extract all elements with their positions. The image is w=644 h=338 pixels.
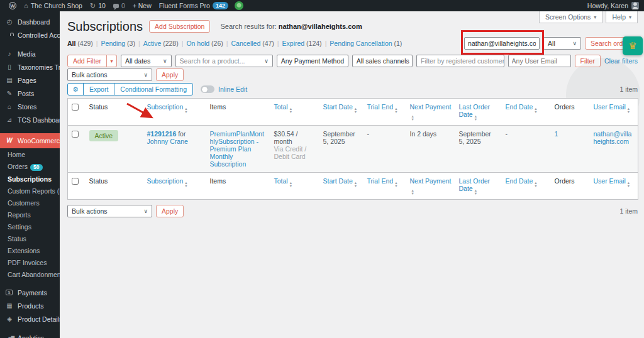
column-header-end-date[interactable]: End Date▴▾ xyxy=(502,99,551,126)
status-link-pending[interactable]: Pending (3) xyxy=(101,40,135,47)
screen-options-button[interactable]: Screen Options▾ xyxy=(539,11,602,23)
sidebar-subitem-customers[interactable]: Customers xyxy=(0,197,60,209)
sidebar-subitem-status[interactable]: Status xyxy=(0,232,60,244)
sidebar-item-stores[interactable]: ⌂Stores xyxy=(0,100,60,113)
sidebar-item-dashboard[interactable]: ◴Dashboard xyxy=(0,15,60,28)
sidebar-item-analytics[interactable]: ▂▅▇Analytics xyxy=(0,331,60,338)
column-footer-next-payment[interactable]: Next Payment▴▾ xyxy=(406,173,455,200)
sidebar-item-taxonomies-trash[interactable]: ▯Taxonomies Trash xyxy=(0,60,60,74)
select-all-checkbox[interactable] xyxy=(72,178,79,185)
column-header-last-order-date[interactable]: Last Order Date▴▾ xyxy=(455,99,502,126)
sidebar-item-woocommerce[interactable]: WWooCommerce xyxy=(0,133,60,148)
help-button[interactable]: Help▾ xyxy=(606,11,638,23)
status-link-pending-cancellation[interactable]: Pending Cancellation (1) xyxy=(330,40,402,47)
status-link-all[interactable]: All (429) xyxy=(67,40,93,47)
subscription-customer-link[interactable]: Johnny Crane xyxy=(147,138,188,145)
sidebar-item-payments[interactable]: $Payments xyxy=(0,286,60,299)
payment-method-select[interactable]: Any Payment Method∨ xyxy=(277,55,348,67)
sidebar-item-media[interactable]: ♪Media xyxy=(0,47,60,60)
column-header-total[interactable]: Total▴▾ xyxy=(270,99,319,126)
fluent-forms-badge: 142 xyxy=(213,2,228,9)
column-footer-end-date[interactable]: End Date▴▾ xyxy=(502,173,551,200)
sidebar-item-tcs-dashboard[interactable]: ⊿TCS Dashboard xyxy=(0,113,60,126)
product-filter-select[interactable]: Search for a product...∨ xyxy=(175,55,273,67)
column-header-start-date[interactable]: Start Date▴▾ xyxy=(319,99,364,126)
search-status-select[interactable]: All∨ xyxy=(543,37,581,50)
plugin-logo-icon[interactable] xyxy=(235,1,243,10)
apply-button-bottom[interactable]: Apply xyxy=(156,205,184,217)
column-header-subscription[interactable]: Subscription▴▾ xyxy=(143,99,206,126)
add-filter-button[interactable]: Add Filter xyxy=(67,55,107,67)
status-link-cancelled[interactable]: Cancelled (47) xyxy=(231,40,274,47)
premium-crown-button[interactable]: ♛ xyxy=(623,36,643,55)
sort-icon: ▴▾ xyxy=(185,107,187,113)
sidebar-item-product-details[interactable]: ◈Product Details xyxy=(0,312,60,325)
export-button[interactable]: Export xyxy=(83,83,114,95)
status-link-expired[interactable]: Expired (124) xyxy=(282,40,322,47)
apply-button[interactable]: Apply xyxy=(156,68,184,81)
date-filter-select[interactable]: All dates∨ xyxy=(121,55,172,67)
sidebar-subitem-pdf-invoices[interactable]: PDF Invoices xyxy=(0,256,60,268)
column-header-user-email[interactable]: User Email▴▾ xyxy=(590,99,638,126)
sidebar-item-posts[interactable]: ✎Posts xyxy=(0,87,60,100)
column-footer-start-date[interactable]: Start Date▴▾ xyxy=(319,173,364,200)
inline-edit-toggle[interactable] xyxy=(201,85,214,93)
column-header-next-payment[interactable]: Next Payment▴▾ xyxy=(406,99,455,126)
sidebar-item-label: Media xyxy=(18,50,36,58)
subscription-end-date: - xyxy=(502,126,551,173)
column-footer-last-order-date[interactable]: Last Order Date▴▾ xyxy=(455,173,502,200)
subscription-user-email-link[interactable]: nathan@villaheights.com xyxy=(594,130,632,145)
column-footer-user-email[interactable]: User Email▴▾ xyxy=(590,173,638,200)
sidebar-subitem-extensions[interactable]: Extensions xyxy=(0,244,60,256)
subscription-items-link[interactable]: PremiumPlanMonthlySubscription - Premium… xyxy=(210,130,264,168)
bulk-actions-select-bottom[interactable]: Bulk actions∨ xyxy=(67,205,152,217)
column-footer-total[interactable]: Total▴▾ xyxy=(270,173,319,200)
site-name-menu[interactable]: ⌂The Church Shop xyxy=(20,2,86,9)
sidebar-subitem-label: Orders xyxy=(8,163,28,170)
new-content-menu[interactable]: + New xyxy=(129,2,155,9)
sidebar-subitem-reports[interactable]: Reports xyxy=(0,209,60,221)
search-orders-input[interactable] xyxy=(464,37,540,50)
sidebar-subitem-home[interactable]: Home xyxy=(0,148,60,160)
fluent-forms-menu[interactable]: Fluent Forms Pro142 xyxy=(155,2,232,9)
table-settings-button[interactable]: ⚙ xyxy=(67,83,84,95)
sidebar-item-controlled-access[interactable]: Controlled Access xyxy=(0,28,60,41)
column-footer-trial-end[interactable]: Trial End▴▾ xyxy=(364,173,406,200)
select-all-checkbox[interactable] xyxy=(72,104,79,111)
sidebar-subitem-orders[interactable]: Orders50 xyxy=(0,160,60,173)
user-email-filter-input[interactable] xyxy=(508,55,571,67)
account-menu[interactable]: Howdy, Karen xyxy=(587,2,639,9)
updates-menu[interactable]: ↻10 xyxy=(86,2,109,9)
wp-logo-menu[interactable]: W xyxy=(5,2,20,9)
subscription-orders-link[interactable]: 1 xyxy=(555,130,558,138)
bulk-actions-select[interactable]: Bulk actions∨ xyxy=(67,68,152,81)
woocommerce-icon: W xyxy=(6,138,13,144)
sidebar-item-pages[interactable]: ▤Pages xyxy=(0,74,60,87)
subscription-id-link[interactable]: #1291216 xyxy=(147,130,177,138)
sidebar-item-label: Analytics xyxy=(18,334,44,338)
sales-channel-select[interactable]: All sales channels∨ xyxy=(352,55,413,67)
sidebar-subitem-custom-reports[interactable]: Custom Reports (Fast) xyxy=(0,185,60,197)
sidebar-subitem-subscriptions[interactable]: Subscriptions xyxy=(0,173,60,185)
sidebar-item-label: Payments xyxy=(18,289,47,297)
sidebar-subitem-settings[interactable]: Settings xyxy=(0,221,60,232)
comments-count: 0 xyxy=(121,2,125,9)
subscription-last-order-date: September 5, 2025 xyxy=(455,126,502,173)
add-filter-dropdown-button[interactable]: ▾ xyxy=(107,55,117,67)
status-link-active[interactable]: Active (228) xyxy=(143,40,179,47)
sidebar-subitem-cart-abandonment[interactable]: Cart Abandonment xyxy=(0,268,60,280)
sort-icon: ▴▾ xyxy=(535,182,536,187)
media-icon: ♪ xyxy=(6,51,13,57)
column-header-trial-end[interactable]: Trial End▴▾ xyxy=(364,99,406,126)
row-checkbox[interactable] xyxy=(72,131,79,138)
add-subscription-button[interactable]: Add Subscription xyxy=(149,20,210,33)
sort-icon: ▴▾ xyxy=(185,182,187,187)
comments-menu[interactable]: 0 xyxy=(109,2,129,9)
column-footer-subscription[interactable]: Subscription▴▾ xyxy=(143,173,206,200)
registered-customer-select[interactable]: Filter by registered customer∨ xyxy=(416,55,504,67)
status-link-on-hold[interactable]: On hold (26) xyxy=(186,40,223,47)
conditional-formatting-button[interactable]: Conditional Formatting xyxy=(114,83,193,95)
sort-icon: ▴▾ xyxy=(290,107,292,113)
subscription-row: Active #1291216 for Johnny Crane Premium… xyxy=(68,126,638,173)
sidebar-item-products[interactable]: ▦Products xyxy=(0,299,60,312)
